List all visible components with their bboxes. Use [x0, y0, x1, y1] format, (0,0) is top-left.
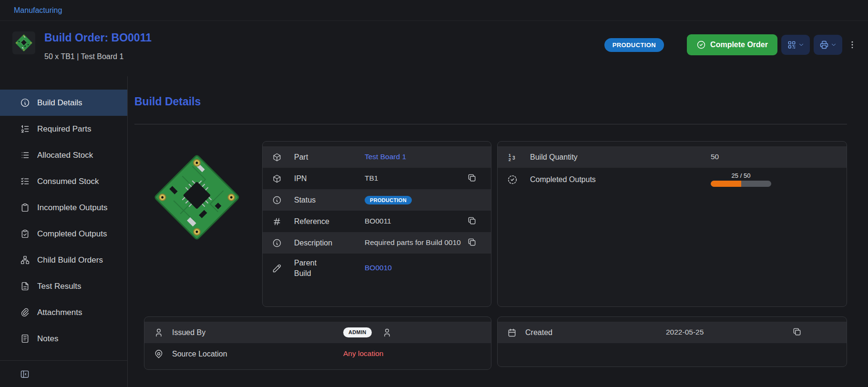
box-icon	[272, 174, 282, 183]
reference-value: BO0011	[365, 216, 391, 226]
page-title: Build Order: BO0011	[44, 31, 152, 44]
heading-divider	[134, 124, 847, 124]
sidebar-item-label: Incomplete Outputs	[37, 203, 107, 213]
created-value: 2022-05-25	[666, 327, 704, 337]
source-location-value: Any location	[343, 349, 383, 359]
build-details-panel: Part Test Board 1 IPN TB1 Status PRODUCT…	[262, 141, 491, 307]
sidebar-item-label: Attachments	[37, 308, 82, 317]
completed-progress-fill	[711, 181, 741, 187]
completed-outputs-label: Completed Outputs	[530, 174, 687, 185]
sidebar-item-label: Notes	[37, 334, 58, 344]
paperclip-icon	[20, 307, 30, 317]
sidebar-collapse-button[interactable]	[0, 360, 127, 387]
sidebar-item-notes[interactable]: Notes	[0, 326, 127, 352]
barcode-actions-button[interactable]	[781, 35, 810, 55]
source-location-label: Source Location	[172, 349, 320, 359]
notes-icon	[20, 334, 30, 344]
row-build-quantity: 123 Build Quantity 50	[498, 146, 847, 168]
complete-order-label: Complete Order	[710, 41, 768, 49]
detail-row-ipn: IPN TB1	[263, 168, 491, 189]
part-image[interactable]	[141, 141, 253, 254]
detail-row-description: Description Required parts for Build 001…	[263, 232, 491, 254]
quantities-panel: 123 Build Quantity 50 Completed Outputs …	[497, 141, 847, 307]
more-actions-button[interactable]	[846, 35, 858, 55]
copy-icon	[467, 237, 477, 247]
created-label: Created	[525, 327, 644, 338]
row-created: Created 2022-05-25	[498, 322, 847, 343]
progress-bar	[711, 181, 771, 187]
list-icon	[20, 150, 30, 160]
copy-ipn-button[interactable]	[467, 173, 477, 184]
build-thumbnail[interactable]	[12, 31, 35, 54]
dots-vertical-icon	[848, 40, 857, 50]
sidebar-item-label: Child Build Orders	[37, 255, 103, 265]
sidebar-item-label: Consumed Stock	[37, 177, 99, 186]
sidebar-item-incomplete-outputs[interactable]: Incomplete Outputs	[0, 194, 127, 221]
header-titles: Build Order: BO0011 50 x TB1 | Test Boar…	[44, 28, 152, 76]
pcb-image	[141, 141, 253, 254]
sidebar-item-completed-outputs[interactable]: Completed Outputs	[0, 221, 127, 247]
sidebar-item-consumed-stock[interactable]: Consumed Stock	[0, 168, 127, 194]
description-value: Required parts for Build 0010	[365, 238, 461, 248]
print-actions-button[interactable]	[814, 35, 842, 55]
copy-icon	[467, 173, 477, 183]
copy-icon	[467, 216, 477, 225]
copy-icon	[792, 327, 802, 336]
printer-icon	[819, 40, 829, 50]
info-circle-icon	[272, 195, 282, 205]
detail-row-parent-build: Parent Build BO0010	[263, 254, 491, 283]
breadcrumb-manufacturing-link[interactable]: Manufacturing	[14, 6, 62, 15]
status-value-badge: PRODUCTION	[365, 196, 412, 204]
part-label: Part	[294, 152, 336, 163]
copy-description-button[interactable]	[467, 237, 477, 248]
detail-row-reference: Reference BO0011	[263, 211, 491, 232]
file-report-icon	[20, 281, 30, 291]
parent-build-label: Parent Build	[294, 258, 324, 278]
ipn-value: TB1	[365, 173, 378, 183]
sidebar-item-build-details[interactable]: Build Details	[0, 90, 127, 116]
page-header: Build Order: BO0011 50 x TB1 | Test Boar…	[0, 21, 868, 76]
issued-by-value: ADMIN	[343, 327, 392, 337]
header-actions: PRODUCTION Complete Order	[604, 34, 858, 55]
sidebar-item-required-parts[interactable]: Required Parts	[0, 116, 127, 142]
sidebar-item-attachments[interactable]: Attachments	[0, 299, 127, 326]
sidebar-item-label: Required Parts	[37, 124, 91, 134]
page-subtitle: 50 x TB1 | Test Board 1	[44, 52, 152, 61]
copy-created-button[interactable]	[792, 327, 802, 338]
map-pin-icon	[154, 349, 163, 359]
hash-icon	[272, 217, 282, 226]
copy-reference-button[interactable]	[467, 216, 477, 227]
info-circle-icon	[272, 238, 282, 248]
progress-text: 25 / 50	[711, 172, 771, 179]
part-link[interactable]: Test Board 1	[365, 152, 406, 162]
clipboard-icon	[20, 203, 30, 213]
sidebar-item-allocated-stock[interactable]: Allocated Stock	[0, 142, 127, 168]
parent-build-link[interactable]: BO0010	[365, 263, 392, 273]
chevron-down-icon	[798, 41, 805, 48]
created-panel: Created 2022-05-25	[497, 316, 847, 367]
ipn-label: IPN	[294, 173, 336, 184]
page-body: Build Details Required Parts Allocated S…	[0, 76, 868, 387]
issue-panel: Issued By ADMIN Source Location Any loca…	[144, 316, 491, 370]
sidebar: Build Details Required Parts Allocated S…	[0, 76, 128, 387]
issued-by-label: Issued By	[172, 327, 320, 338]
sidebar-item-label: Allocated Stock	[37, 151, 93, 160]
row-completed-outputs: Completed Outputs 25 / 50	[498, 168, 847, 191]
detail-row-part: Part Test Board 1	[263, 146, 491, 168]
numbers-icon: 123	[507, 152, 518, 163]
complete-order-button[interactable]: Complete Order	[687, 34, 777, 55]
info-circle-icon	[20, 98, 30, 108]
reference-label: Reference	[294, 216, 336, 227]
breadcrumb: Manufacturing	[0, 0, 868, 21]
status-label: Status	[294, 195, 336, 205]
sidebar-item-test-results[interactable]: Test Results	[0, 273, 127, 299]
sidebar-item-child-build-orders[interactable]: Child Build Orders	[0, 247, 127, 273]
clipboard-check-icon	[20, 229, 30, 239]
list-check-icon	[20, 176, 30, 186]
row-source-location: Source Location Any location	[144, 343, 491, 365]
build-quantity-label: Build Quantity	[530, 152, 687, 163]
sidebar-collapse-icon	[20, 369, 30, 379]
sitemap-icon	[20, 255, 30, 265]
user-avatar-icon	[382, 328, 392, 337]
user-icon	[154, 328, 163, 337]
